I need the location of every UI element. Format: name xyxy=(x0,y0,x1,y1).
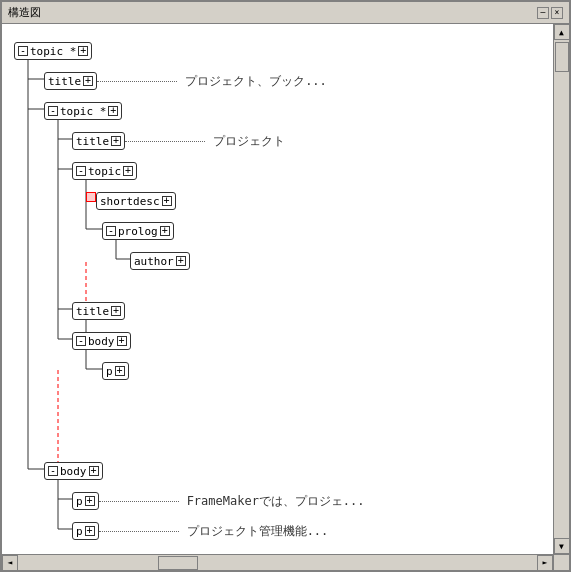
p-2-dotted xyxy=(99,501,179,502)
close-button[interactable]: × xyxy=(551,7,563,19)
body-1-collapse[interactable]: - xyxy=(48,466,58,476)
node-topic-root: - topic * + xyxy=(14,40,92,62)
prolog-plus[interactable]: + xyxy=(160,226,170,236)
shortdesc-plus[interactable]: + xyxy=(162,196,172,206)
bottom-bar: ◄ ► xyxy=(2,554,569,570)
minimize-button[interactable]: ─ xyxy=(537,7,549,19)
expand-icon[interactable]: + xyxy=(78,46,88,56)
p-3-plus[interactable]: + xyxy=(85,526,95,536)
p-1-box[interactable]: p + xyxy=(102,362,129,380)
window-title: 構造図 xyxy=(8,5,41,20)
node-title-3: title + xyxy=(72,300,125,322)
node-prolog: - prolog + xyxy=(102,220,174,242)
node-topic-2: - topic + xyxy=(72,160,137,182)
scroll-thumb-v[interactable] xyxy=(555,42,569,72)
topic-2-plus[interactable]: + xyxy=(123,166,133,176)
title-1-dotted xyxy=(97,81,177,82)
body-1-plus[interactable]: + xyxy=(89,466,99,476)
node-p-3: p + プロジェクト管理機能... xyxy=(72,520,328,542)
node-title-2: title + プロジェクト xyxy=(72,130,285,152)
title-1-box[interactable]: title + xyxy=(44,72,97,90)
shortdesc-box[interactable]: shortdesc + xyxy=(96,192,176,210)
topic-root-box[interactable]: - topic * + xyxy=(14,42,92,60)
body-1-label: body xyxy=(60,465,87,478)
author-label: author xyxy=(134,255,174,268)
shortdesc-label: shortdesc xyxy=(100,195,160,208)
node-p-2: p + FrameMakerでは、プロジェ... xyxy=(72,490,365,512)
body-1-box[interactable]: - body + xyxy=(44,462,103,480)
title-2-box[interactable]: title + xyxy=(72,132,125,150)
p-2-box[interactable]: p + xyxy=(72,492,99,510)
collapse-icon[interactable]: - xyxy=(18,46,28,56)
p-2-plus[interactable]: + xyxy=(85,496,95,506)
topic-1-collapse[interactable]: - xyxy=(48,106,58,116)
prolog-box[interactable]: - prolog + xyxy=(102,222,174,240)
red-indicator xyxy=(86,192,96,202)
p-2-annotation: FrameMakerでは、プロジェ... xyxy=(187,493,365,510)
title-3-label: title xyxy=(76,305,109,318)
p-3-box[interactable]: p + xyxy=(72,522,99,540)
topic-root-label: topic * xyxy=(30,45,76,58)
body-2-plus[interactable]: + xyxy=(117,336,127,346)
node-shortdesc: shortdesc + xyxy=(96,190,176,212)
scroll-right-button[interactable]: ► xyxy=(537,555,553,571)
topic-1-label: topic * xyxy=(60,105,106,118)
node-body-2: - body + xyxy=(72,330,131,352)
scrollbar-corner xyxy=(553,554,569,570)
main-window: 構造図 ─ × xyxy=(0,0,571,572)
content-area: - topic * + title + プロジェクト、ブック... xyxy=(2,24,569,554)
author-box[interactable]: author + xyxy=(130,252,190,270)
scroll-up-button[interactable]: ▲ xyxy=(554,24,570,40)
height-spacer xyxy=(11,37,12,554)
scroll-down-button[interactable]: ▼ xyxy=(554,538,570,554)
title-2-plus[interactable]: + xyxy=(111,136,121,146)
scroll-left-button[interactable]: ◄ xyxy=(2,555,18,571)
title-3-box[interactable]: title + xyxy=(72,302,125,320)
node-p-1: p + xyxy=(102,360,129,382)
node-title-1: title + プロジェクト、ブック... xyxy=(44,70,327,92)
topic-1-box[interactable]: - topic * + xyxy=(44,102,122,120)
topic-2-box[interactable]: - topic + xyxy=(72,162,137,180)
p-2-label: p xyxy=(76,495,83,508)
scroll-thumb-h[interactable] xyxy=(158,556,198,570)
title-1-plus[interactable]: + xyxy=(83,76,93,86)
p-3-label: p xyxy=(76,525,83,538)
body-2-box[interactable]: - body + xyxy=(72,332,131,350)
body-2-label: body xyxy=(88,335,115,348)
p-3-annotation: プロジェクト管理機能... xyxy=(187,523,329,540)
author-plus[interactable]: + xyxy=(176,256,186,266)
prolog-label: prolog xyxy=(118,225,158,238)
title-3-plus[interactable]: + xyxy=(111,306,121,316)
topic-2-collapse[interactable]: - xyxy=(76,166,86,176)
topic-1-plus[interactable]: + xyxy=(108,106,118,116)
title-1-annotation: プロジェクト、ブック... xyxy=(185,73,327,90)
title-bar: 構造図 ─ × xyxy=(2,2,569,24)
window-controls: ─ × xyxy=(537,7,563,19)
tree-wrapper: - topic * + title + プロジェクト、ブック... xyxy=(6,32,549,554)
title-2-annotation: プロジェクト xyxy=(213,133,285,150)
body-2-collapse[interactable]: - xyxy=(76,336,86,346)
title-1-label: title xyxy=(48,75,81,88)
prolog-collapse[interactable]: - xyxy=(106,226,116,236)
title-2-dotted xyxy=(125,141,205,142)
p-1-label: p xyxy=(106,365,113,378)
p-3-dotted xyxy=(99,531,179,532)
vertical-scrollbar[interactable]: ▲ ▼ xyxy=(553,24,569,554)
node-author: author + xyxy=(130,250,190,272)
title-2-label: title xyxy=(76,135,109,148)
p-1-plus[interactable]: + xyxy=(115,366,125,376)
node-body-1: - body + xyxy=(44,460,103,482)
topic-2-label: topic xyxy=(88,165,121,178)
node-topic-1: - topic * + xyxy=(44,100,122,122)
tree-container[interactable]: - topic * + title + プロジェクト、ブック... xyxy=(2,24,553,554)
horizontal-scrollbar[interactable]: ◄ ► xyxy=(2,554,553,570)
